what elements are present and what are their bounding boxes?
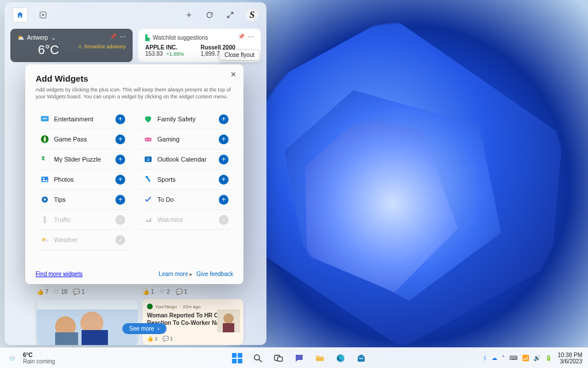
svg-rect-4 xyxy=(55,332,78,345)
photos-icon xyxy=(40,175,49,184)
widget-option-label: Photos xyxy=(54,176,74,183)
widget-option-label: Sports xyxy=(157,176,176,183)
edge-button[interactable] xyxy=(332,350,349,367)
added-indicator: ✓ xyxy=(219,215,229,225)
svg-rect-40 xyxy=(359,358,361,359)
language-icon[interactable]: ⌨ xyxy=(509,355,517,361)
bluetooth-icon[interactable]: ᛒ xyxy=(483,355,487,361)
watchlist-icon xyxy=(144,215,153,224)
news-source: YourTango · 22m ago xyxy=(147,304,239,309)
chevron-up-icon[interactable]: ˄ xyxy=(502,355,505,361)
system-tray: ᛒ ☁ ˄ ⌨ 📶 🔊 🔋 10:38 PM 3/6/2023 xyxy=(483,352,588,365)
clock[interactable]: 10:38 PM 3/6/2023 xyxy=(558,352,582,365)
widget-option-label: Outlook Calendar xyxy=(157,156,207,163)
widget-option-label: Weather xyxy=(54,236,78,243)
widget-option-sports[interactable]: Sports+ xyxy=(139,170,233,190)
svg-point-24 xyxy=(44,219,45,220)
svg-point-27 xyxy=(44,239,48,242)
dialog-subtitle: Add widgets by clicking the plus icon. T… xyxy=(36,86,231,100)
wifi-icon[interactable]: 📶 xyxy=(522,355,529,361)
explorer-button[interactable] xyxy=(311,350,328,367)
widget-option-tips[interactable]: Tips+ xyxy=(36,190,130,210)
more-icon[interactable]: ⋯ xyxy=(119,33,127,41)
weather-location: Antwerp xyxy=(27,34,48,41)
svg-rect-28 xyxy=(232,353,237,358)
add-button[interactable]: + xyxy=(219,195,229,205)
store-button[interactable] xyxy=(353,350,370,367)
see-more-button[interactable]: See more› xyxy=(122,323,167,334)
add-button[interactable]: + xyxy=(115,114,125,124)
widget-option-label: Gaming xyxy=(157,136,180,143)
svg-rect-5 xyxy=(82,330,108,345)
sparkline-icon: ▙ xyxy=(145,34,150,41)
clock-time: 10:38 PM xyxy=(558,352,582,358)
add-widget-button[interactable] xyxy=(184,10,194,20)
news-thumbnail xyxy=(37,299,138,345)
add-button[interactable]: + xyxy=(115,195,125,205)
svg-rect-38 xyxy=(358,356,365,362)
widget-option-puzzle[interactable]: My Slider Puzzle+ xyxy=(36,150,130,170)
chevron-right-icon: › xyxy=(157,325,159,332)
cloud-icon[interactable]: ☁ xyxy=(492,355,497,361)
widget-option-label: Watchlist xyxy=(157,216,183,223)
svg-point-25 xyxy=(44,221,45,222)
news-tile[interactable]: YourTango · 22m ago Woman Reported To HR… xyxy=(142,299,243,345)
widget-option-label: Tips xyxy=(54,196,65,203)
stock-price: 153.83 xyxy=(145,51,163,57)
widget-option-photos[interactable]: Photos+ xyxy=(36,170,130,190)
add-button[interactable]: + xyxy=(115,135,125,144)
task-view-button[interactable] xyxy=(270,350,287,367)
widget-option-todo[interactable]: To Do+ xyxy=(139,190,233,210)
chat-button[interactable] xyxy=(291,350,308,367)
more-icon[interactable]: ⋯ xyxy=(247,33,255,41)
volume-icon[interactable]: 🔊 xyxy=(533,355,540,361)
taskbar-weather[interactable]: 🌧️ 6°C Rain coming xyxy=(0,352,115,365)
widget-option-outlook[interactable]: OOutlook Calendar+ xyxy=(139,150,233,170)
close-button[interactable]: ✕ xyxy=(230,70,237,79)
play-icon[interactable] xyxy=(38,10,48,20)
pin-icon[interactable]: 📌 xyxy=(238,33,245,40)
widget-option-family[interactable]: Family Safety+ xyxy=(139,109,233,129)
taskbar-center xyxy=(115,350,483,367)
home-button[interactable] xyxy=(13,7,28,22)
pin-icon[interactable]: 📌 xyxy=(110,33,117,40)
give-feedback-link[interactable]: Give feedback xyxy=(196,271,233,277)
refresh-button[interactable] xyxy=(204,10,215,20)
svg-rect-10 xyxy=(41,116,48,121)
search-button[interactable] xyxy=(249,350,266,367)
widget-option-label: My Slider Puzzle xyxy=(54,156,101,163)
svg-line-33 xyxy=(259,359,262,362)
clock-date: 3/6/2023 xyxy=(558,358,582,365)
svg-rect-36 xyxy=(316,358,324,361)
svg-point-19 xyxy=(43,178,45,180)
svg-point-11 xyxy=(43,118,45,120)
add-button[interactable]: + xyxy=(219,114,229,124)
learn-more-link[interactable]: Learn more xyxy=(158,271,188,277)
family-icon xyxy=(144,114,153,124)
add-button[interactable]: + xyxy=(115,155,125,164)
user-avatar[interactable]: S xyxy=(246,9,258,21)
widget-option-entertainment[interactable]: Entertainment+ xyxy=(36,109,130,129)
added-indicator: ✓ xyxy=(115,235,125,245)
add-button[interactable]: + xyxy=(219,175,229,185)
widget-option-gaming[interactable]: Gaming+ xyxy=(139,129,233,150)
add-button[interactable]: + xyxy=(219,155,229,164)
add-button[interactable]: + xyxy=(115,175,125,185)
weather-advisory: ⚠Snow/ice advisory xyxy=(78,44,126,49)
weather-widget[interactable]: ⛅Antwerp⌄ 📌 ⋯ 6°C ⚠Snow/ice advisory xyxy=(10,29,133,62)
weather-icon xyxy=(40,235,49,244)
chevron-down-icon: ⌄ xyxy=(51,34,56,41)
sports-icon xyxy=(144,175,153,184)
widget-option-gamepass[interactable]: Game Pass+ xyxy=(36,129,130,150)
tooltip: Close flyout xyxy=(219,49,260,60)
taskbar-weather-text: Rain coming xyxy=(23,358,55,365)
find-more-widgets-link[interactable]: Find more widgets xyxy=(36,271,83,277)
battery-icon[interactable]: 🔋 xyxy=(545,355,552,361)
svg-rect-6 xyxy=(37,299,138,309)
start-button[interactable] xyxy=(229,350,246,367)
rain-icon: 🌧️ xyxy=(6,352,18,365)
add-button[interactable]: + xyxy=(219,135,229,144)
news-tile[interactable] xyxy=(37,299,138,345)
widget-option-label: Entertainment xyxy=(54,116,93,122)
expand-button[interactable] xyxy=(225,10,235,20)
